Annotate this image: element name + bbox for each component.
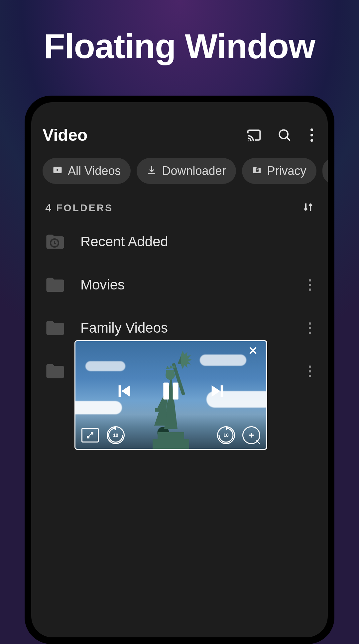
cast-icon[interactable] [246,127,262,143]
svg-marker-18 [121,385,130,397]
svg-rect-13 [166,370,174,372]
lock-folder-icon [252,164,262,178]
folder-name: Family Videos [80,320,305,336]
folder-icon [45,362,66,380]
svg-marker-11 [178,356,184,364]
chip-label: All Videos [68,164,121,178]
row-more-icon[interactable] [305,322,314,334]
chip-overflow[interactable] [322,158,328,184]
skip-prev-icon[interactable] [116,382,133,401]
svg-point-1 [279,130,288,138]
svg-marker-26 [226,426,229,430]
svg-point-0 [248,140,249,141]
zoom-in-icon[interactable] [242,426,260,444]
cloud-decoration [200,355,246,366]
pause-icon[interactable] [160,380,182,404]
search-icon[interactable] [277,127,293,143]
rewind-10-button[interactable]: 10 [107,426,125,444]
player-bottom-controls: 10 10 [75,426,266,444]
folders-label: FOLDERS [56,202,113,213]
download-icon [147,164,157,178]
folders-count: 4 [45,201,52,214]
app-bar: Video [31,102,328,153]
chip-downloader[interactable]: Downloader [137,158,236,184]
svg-rect-14 [155,408,162,412]
chip-label: Privacy [267,164,306,178]
expand-icon[interactable] [81,428,99,443]
floating-player-window[interactable]: 10 10 [74,340,267,450]
chip-privacy[interactable]: Privacy [242,158,316,184]
row-more-icon[interactable] [305,365,314,377]
close-icon[interactable] [248,346,262,359]
forward-10-button[interactable]: 10 [217,426,235,444]
svg-line-29 [257,441,260,444]
folder-icon [45,276,66,294]
cloud-decoration [85,361,125,371]
sort-icon[interactable] [302,201,314,214]
folders-section-header: 4 FOLDERS [31,189,328,220]
svg-rect-6 [256,170,259,172]
play-rect-icon [53,164,62,178]
svg-rect-20 [173,383,179,400]
filter-chip-row: All Videos Downloader Privacy [31,153,328,189]
svg-rect-19 [163,383,169,400]
folder-name: Movies [80,277,305,293]
page-title: Video [43,125,246,145]
folder-row-recent[interactable]: Recent Added [35,220,324,263]
svg-point-12 [166,370,175,380]
svg-marker-25 [113,426,116,430]
svg-rect-22 [221,385,223,397]
folder-name: Recent Added [80,234,314,250]
svg-marker-21 [212,385,220,397]
row-more-icon[interactable] [305,279,314,291]
player-transport-controls [75,380,266,404]
marketing-headline: Floating Window [0,0,359,66]
svg-line-2 [287,137,290,141]
chip-all-videos[interactable]: All Videos [43,158,131,184]
folder-icon [45,319,66,337]
skip-next-icon[interactable] [209,382,226,401]
recent-folder-icon [45,232,66,251]
svg-rect-5 [148,173,155,174]
appbar-actions [246,127,316,143]
svg-rect-17 [119,385,121,397]
more-icon[interactable] [307,127,316,143]
folder-row-movies[interactable]: Movies [35,263,324,306]
chip-label: Downloader [162,164,226,178]
